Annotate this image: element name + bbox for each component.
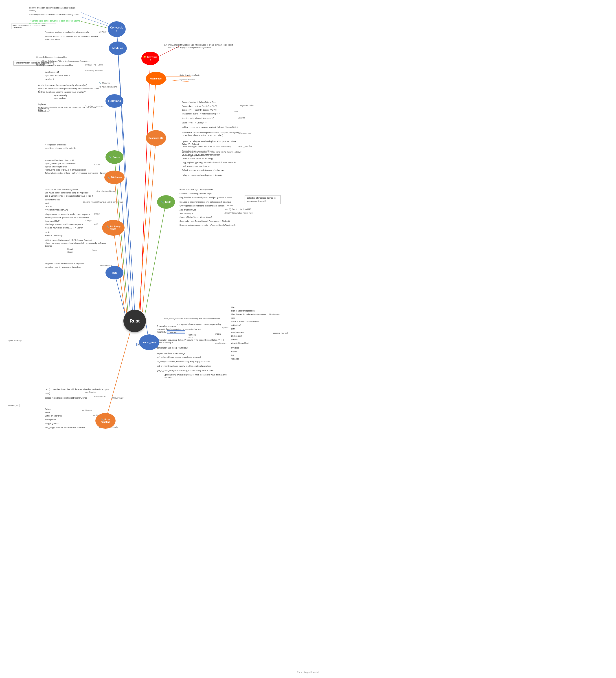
- macro-get-or-insert: get_or_insert() evaluates eagerly, modif…: [157, 365, 211, 368]
- macro-combinator-1: combinator: map, return Option<T> result…: [157, 339, 224, 344]
- err-result: Result: [45, 411, 50, 414]
- meta-note-1: cargo doc -> build documentation in targ…: [45, 263, 84, 265]
- gen-where-1: A bound can expressed using where clause…: [182, 131, 244, 137]
- strings-label: Strings: [85, 220, 91, 222]
- designator-vis: vis(visibility qualifier): [231, 342, 248, 345]
- topic-modules: Modules: [109, 41, 127, 55]
- string-label: String: [94, 213, 100, 215]
- traits-right-label: Traits: [233, 110, 238, 113]
- designator-block: block: [231, 306, 236, 309]
- designator-literal: literal: is used for literal constants: [231, 321, 260, 323]
- svg-line-10: [143, 138, 156, 312]
- footer: Presenting with xmind: [297, 671, 319, 674]
- std-result: Result: [67, 248, 73, 251]
- fn-by-ref: by reference: &T: [45, 71, 59, 74]
- attrs-note-1: For unused functions dead, cold: [45, 159, 74, 162]
- modules-note-1: Associated functions are defined on a ty…: [45, 31, 89, 34]
- err-ok: OK(T) The caller should deal with the er…: [45, 388, 109, 391]
- capturing-label: Capturing variables: [85, 70, 103, 72]
- ds-label: DS: [231, 354, 234, 357]
- macro-syntax-note: It is a powerful macro system for metapr…: [177, 323, 221, 326]
- err-boxing: Boxing errors: [45, 419, 56, 421]
- topic-macro-rules: macro_rules: [139, 334, 159, 350]
- gen-where-2: Option<T>: Debug as bound --> impl<T> Pr…: [182, 140, 244, 146]
- traits-drop-2: It is used to implement iterator over co…: [180, 201, 231, 203]
- err-wrapping: Wrapping errors: [45, 422, 59, 425]
- gen-new-type: Define a newtype: Meters wraps f64 --> s…: [182, 145, 231, 148]
- svg-line-8: [106, 332, 130, 421]
- err-aliases: aliases, reuse the specific Result type …: [45, 397, 87, 400]
- vectors-label: Vectors, re-sizable arrays, with 3 param…: [83, 201, 123, 203]
- fn-impl-fnonce: impl FnOnce(): [38, 110, 50, 113]
- svg-line-4: [114, 177, 127, 314]
- traits-as-arg: As a argument type: [180, 209, 196, 212]
- macro-combinator-2: combinator: and_then(), return result: [157, 347, 188, 349]
- macro-question: ? equivalent to unwrap: [157, 325, 177, 328]
- designator-tt: tt(token tree): [231, 335, 242, 338]
- result-t-e-box: Result<T, E>: [7, 404, 20, 407]
- svg-line-6: [114, 273, 127, 321]
- topic-conversion: Conversion: [108, 21, 126, 37]
- closures-label: 🔧 Closures: [99, 82, 110, 84]
- topic-crates: 🔧 Crates: [106, 150, 123, 164]
- err-err: Err(E): [45, 392, 50, 395]
- svg-line-9: [145, 202, 166, 315]
- std-capacity: capacity: [45, 205, 52, 208]
- str-ref-label: &str: [94, 223, 98, 225]
- box-stack-label: Box, stack and heap: [97, 190, 115, 192]
- gen-function: Generic function --> fn foo<T>(arg: T)(.…: [182, 101, 216, 104]
- mech-dynamic: Dynamic dispatch: [180, 79, 195, 81]
- variadics-label: Variadics: [231, 358, 239, 361]
- std-vec-bytes: A vector of bytes(Vec<u8>): [45, 209, 68, 212]
- designator-item: item: [231, 317, 235, 319]
- result-t-e-right: Result<T, E>: [112, 397, 124, 399]
- simplify-fn-return-label: Simplify the function return type: [224, 212, 253, 214]
- std-str-2: it is heap allocated, growable and not n…: [45, 217, 89, 219]
- dyn-label: dyn: [164, 44, 167, 46]
- macro-or-else: or_else() is chainable, evaluates lazily…: [157, 361, 210, 363]
- modules-note-2: Methods are associated functions that ar…: [45, 35, 99, 41]
- attrs-note-3: #![crate_attribute] for crate: [45, 165, 67, 168]
- traits-disambiguating: Disambiguating overlapping traits <Form …: [180, 224, 235, 227]
- fn-impl-fn: impl Fn(): [38, 103, 46, 106]
- early-returns-label: Early returns: [94, 396, 106, 398]
- topic-error-handling: 🔧 Error handling: [95, 413, 116, 429]
- gen-function2: Function --> fn printer<T: Display>(T2): [182, 117, 214, 120]
- unknown-type-self-annotation: unknown type self: [273, 332, 288, 335]
- designator-path: path: [231, 328, 235, 330]
- std-str-5: It can be viewed into a String, &[T] -> …: [45, 227, 83, 229]
- traits-return-dyn: Return Traits with dyn Box<dyn Trait>: [180, 189, 213, 191]
- err-option: Option: [45, 408, 50, 411]
- derive-copy: Copy, to give a type 'copy semantics' in…: [182, 161, 237, 164]
- traits-as-return: As a return type: [180, 212, 193, 215]
- std-option: Option: [67, 251, 73, 254]
- fn-closed-once: FnOnce, the closure uses the captured va…: [38, 91, 86, 93]
- gen-impl: Generic<T> --> impl<T> Generic<Val<T>>: [182, 109, 218, 112]
- std-panic: panic!: [45, 231, 50, 234]
- svg-lines: [0, 0, 616, 678]
- attrs-note-2: #[item_attribute] for a module or item: [45, 162, 76, 165]
- fn-self-ref: // instead of () around input variables: [36, 56, 67, 59]
- traits-operator-overload: Operator Overloading(Syntactic sugar): [180, 193, 212, 195]
- struct-generic-box: Struct Generic<Val<T>(T); // Generic typ…: [11, 24, 56, 29]
- implementation-label: Implementation: [240, 104, 254, 107]
- some-none-match: Some(T)None: [189, 334, 196, 339]
- kw-dyn: dyn: A prefix of trait object type which…: [168, 44, 236, 49]
- macro-option-enum: Option(Enum): a value is optional or whe…: [164, 374, 231, 379]
- designators-label: Designators: [269, 313, 280, 315]
- traits-drop-1: drop, is called automatically when an ob…: [180, 196, 232, 199]
- gen-struct2: Struct --> <S: T > Display<T>: [182, 122, 206, 124]
- traits-supertraits: Supertraits trait Combo(Student: Program…: [180, 220, 230, 223]
- crates-note-1: A compilation unit in Rust: [45, 144, 66, 146]
- designator-pat: pat(pattern): [231, 324, 241, 327]
- macro-expect: expect, specify an error message: [157, 352, 185, 355]
- designator-expr: expr: is used for expressions: [231, 310, 255, 312]
- std-str-1: It is guaranteed to always be a valid UT…: [45, 213, 90, 216]
- combinators-2-label: combinators: [85, 391, 96, 393]
- std-pointer: pointer to the data: [45, 199, 61, 201]
- overload-label: Overload: [231, 347, 239, 349]
- derive-clone: Clone, to create T from &T via a copy: [182, 157, 213, 160]
- derive-default: Default, to create an empty instance of …: [182, 169, 224, 172]
- macro-or: or() is chainable and eagerly evaluates …: [157, 356, 201, 359]
- topic-std: 🔧 Std library types: [102, 220, 124, 236]
